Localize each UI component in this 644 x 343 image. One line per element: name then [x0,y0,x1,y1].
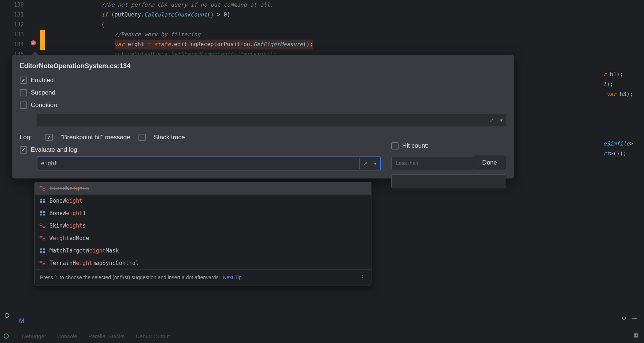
autocomplete-item-text: BoneWeight [49,198,82,204]
obscured-label: D [5,312,10,320]
autocomplete-item[interactable]: SkinWeights [35,220,371,232]
struct-icon [39,198,46,204]
svg-rect-11 [40,224,42,225]
svg-rect-4 [43,199,45,200]
line-number: 134 [0,40,24,49]
autocomplete-item[interactable]: TerrainHeightmapSyncControl [35,257,371,269]
autocomplete-item-text: SkinWeights [49,222,86,229]
evaluate-input[interactable] [37,160,359,167]
hit-count-label: Hit count: [402,142,429,150]
popup-title: EditorNoteOperationSystem.cs:134 [20,62,506,70]
run-indicator-icon[interactable] [4,333,9,339]
suspend-checkbox[interactable] [20,89,27,96]
stack-trace-label: Stack trace [154,134,185,141]
enabled-checkbox[interactable] [20,77,27,84]
gear-icon[interactable]: ⚙ [622,315,626,321]
svg-rect-6 [43,201,45,203]
code-text: h3); [617,91,633,97]
condition-label: Condition: [31,102,59,109]
condition-input[interactable] [37,114,486,126]
svg-rect-9 [40,214,42,215]
tab-debug-output[interactable]: Debug Output [136,333,170,339]
autocomplete-item-text: BoneWeight1 [49,210,86,217]
code-text: >()); [610,150,626,157]
autocomplete-popup: BlendWeightsBoneWeightBoneWeight1SkinWei… [34,182,371,285]
svg-rect-16 [43,248,45,250]
code-text: //Do not perform CDA query if no put com… [101,1,273,8]
code-text: { [101,21,104,28]
enabled-label: Enabled [31,77,53,84]
popup-notch [32,51,39,55]
svg-rect-3 [40,199,42,200]
done-button[interactable]: Done [473,155,506,170]
autocomplete-item-text: BlendWeights [49,185,89,192]
code-text: () > 0) [207,11,230,18]
stack-trace-checkbox[interactable] [138,134,146,141]
line-number: 131 [0,10,24,20]
hit-count-value-input[interactable] [391,174,506,188]
svg-rect-20 [43,263,45,265]
layout-icon[interactable]: ▦ [633,332,638,338]
svg-rect-8 [43,211,45,213]
line-number: 133 [0,30,24,40]
select-value: Less than [396,160,418,166]
autocomplete-tip: Press ^. to choose the selected (or firs… [40,274,218,280]
breakpoint-popup: EditorNoteOperationSystem.cs:134 Enabled… [12,55,514,178]
tab-parallel-stacks[interactable]: Parallel Stacks [88,333,125,339]
bp-message-label: "Breakpoint hit" message [61,134,130,141]
line-number: 130 [0,0,24,10]
svg-rect-15 [40,248,42,250]
bp-message-checkbox[interactable] [45,134,53,141]
enum-icon [39,235,46,241]
svg-rect-19 [40,261,42,263]
expand-icon[interactable]: ⤢ [486,114,496,126]
code-text: (putQuery. [108,11,144,18]
suspend-label: Suspend [31,89,55,96]
breakpoint-icon[interactable] [30,40,37,46]
svg-rect-18 [43,251,45,253]
more-icon[interactable]: ⋮ [359,273,366,281]
code-text: (); [303,41,313,48]
code-text: GetEightMeasure [253,41,303,48]
line-number: 132 [0,20,24,30]
chevron-down-icon[interactable]: ▾ [370,158,380,169]
autocomplete-item[interactable]: WeightedMode [35,232,371,244]
enum-icon [39,260,46,266]
struct-icon [39,210,46,217]
svg-rect-14 [43,239,45,240]
svg-rect-5 [40,201,42,203]
autocomplete-item-text: WeightedMode [49,235,89,241]
autocomplete-item-text: TerrainHeightmapSyncControl [49,260,139,266]
svg-rect-10 [43,214,45,215]
autocomplete-item[interactable]: BoneWeight [35,195,371,207]
code-text: //Reduce work by filtering [115,31,201,38]
bottom-tabs: Debugger Console Parallel Stacks Debug O… [22,333,170,339]
evaluate-label: Evaluate and log: [31,146,79,154]
code-text: 2); [603,81,613,88]
code-text: state [154,41,171,48]
evaluate-checkbox[interactable] [20,146,27,154]
hit-count-checkbox[interactable] [391,142,399,150]
code-text: eSimfile [603,140,630,147]
svg-rect-2 [43,189,45,190]
minimize-icon[interactable]: — [632,315,637,321]
enum-icon [39,185,46,192]
svg-rect-13 [40,236,42,238]
code-text: CalculateChunkCount [144,11,207,18]
code-text: var [607,91,617,97]
code-right: rr h1); h1); 2); var h3); eSimfile> rt>(… [603,70,633,159]
expand-icon[interactable]: ⤢ [360,158,370,169]
code-area[interactable]: //Do not perform CDA query if no put com… [55,0,644,59]
autocomplete-item[interactable]: BoneWeight1 [35,207,371,220]
tab-debugger[interactable]: Debugger [22,333,46,339]
autocomplete-item[interactable]: MatchTargetWeightMask [35,244,371,257]
autocomplete-item[interactable]: BlendWeights [35,182,371,195]
code-text: if [101,11,108,18]
chevron-down-icon[interactable]: ▾ [496,114,506,126]
next-tip-link[interactable]: Next Tip [223,274,241,280]
code-text: rt [603,150,610,157]
tab-console[interactable]: Console [57,333,77,339]
code-text: eight = [125,41,154,48]
condition-checkbox[interactable] [20,102,27,109]
log-label: Log: [20,134,37,141]
